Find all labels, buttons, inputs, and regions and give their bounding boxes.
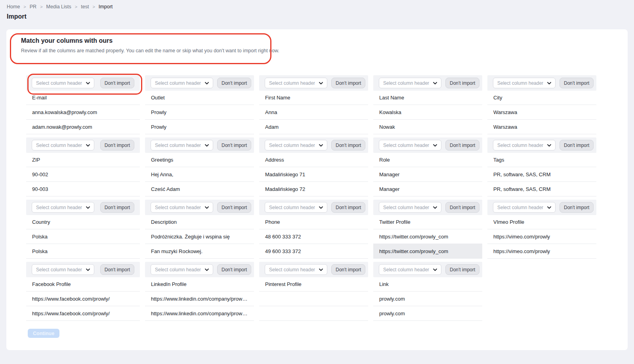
column-header-select[interactable]: Select column header <box>379 140 441 151</box>
dont-import-button[interactable]: Don't import <box>560 140 594 151</box>
select-placeholder: Select column header <box>36 205 82 210</box>
column-block: Select column headerDon't importRoleMana… <box>373 137 482 196</box>
column-header-cell: Description <box>145 215 254 229</box>
table-cell: Anna <box>259 105 368 120</box>
dont-import-button[interactable]: Don't import <box>560 78 594 88</box>
dont-import-button[interactable]: Don't import <box>331 78 365 88</box>
dont-import-button[interactable]: Don't import <box>100 264 134 275</box>
column-mapping-controls: Select column headerDon't import <box>145 75 254 91</box>
dont-import-button[interactable]: Don't import <box>445 202 479 213</box>
table-cell: prowly.com <box>373 292 482 306</box>
breadcrumb-item[interactable]: Media Lists <box>46 4 71 10</box>
column-mapping-controls: Select column headerDon't import <box>373 137 482 153</box>
column-block: Select column headerDon't importGreeting… <box>145 137 254 196</box>
column-mapping-controls: Select column headerDon't import <box>259 75 368 91</box>
column-header-select[interactable]: Select column header <box>32 140 94 151</box>
table-cell: Polska <box>26 244 140 259</box>
column-header-select[interactable]: Select column header <box>32 78 94 88</box>
dont-import-button[interactable]: Don't import <box>217 202 251 213</box>
column-header-select[interactable]: Select column header <box>493 140 556 151</box>
column-mapping-controls: Select column headerDon't import <box>26 200 140 215</box>
column-header-cell: Tags <box>487 153 596 167</box>
page-title: Import <box>7 13 27 20</box>
column-header-select[interactable]: Select column header <box>32 264 94 275</box>
table-cell: Warszawa <box>487 120 596 134</box>
breadcrumb-item[interactable]: PR <box>30 4 36 10</box>
dont-import-button[interactable]: Don't import <box>217 78 251 88</box>
breadcrumb-separator-icon: > <box>92 4 95 9</box>
column-block: Select column headerDon't importDescript… <box>145 200 254 259</box>
column-header-select[interactable]: Select column header <box>265 140 327 151</box>
column-mapping-controls: Select column headerDon't import <box>26 137 140 153</box>
column-mapping-controls: Select column headerDon't import <box>259 200 368 215</box>
dont-import-button[interactable]: Don't import <box>331 140 365 151</box>
column-header-select[interactable]: Select column header <box>265 78 327 88</box>
dont-import-button[interactable]: Don't import <box>560 202 594 213</box>
column-header-cell: Country <box>26 215 140 229</box>
table-cell: https://vimeo.com/prowly <box>487 244 596 259</box>
dont-import-button[interactable]: Don't import <box>217 264 251 275</box>
column-header-select[interactable]: Select column header <box>265 202 327 213</box>
select-placeholder: Select column header <box>497 205 543 210</box>
column-group-row: Select column headerDon't importCountryP… <box>26 200 596 259</box>
breadcrumb-item[interactable]: test <box>81 4 89 10</box>
column-mapping-controls: Select column headerDon't import <box>487 200 596 215</box>
column-header-select[interactable]: Select column header <box>32 202 94 213</box>
column-header-select[interactable]: Select column header <box>265 264 327 275</box>
column-header-select[interactable]: Select column header <box>493 202 556 213</box>
column-header-select[interactable]: Select column header <box>151 264 213 275</box>
table-cell: https://www.facebook.com/prowly/ <box>26 306 140 321</box>
dont-import-button[interactable]: Don't import <box>100 140 134 151</box>
column-header-select[interactable]: Select column header <box>151 202 213 213</box>
select-placeholder: Select column header <box>383 80 429 86</box>
dont-import-button[interactable]: Don't import <box>217 140 251 151</box>
column-header-select[interactable]: Select column header <box>493 78 556 88</box>
column-mapping-controls: Select column headerDon't import <box>26 75 140 91</box>
column-header-select[interactable]: Select column header <box>379 78 441 88</box>
dont-import-button[interactable]: Don't import <box>100 78 134 88</box>
table-cell: https://twitter.com/prowly_com <box>373 244 482 259</box>
table-cell: prowly.com <box>373 306 482 321</box>
column-block: Select column headerDon't importLinkedIn… <box>145 262 254 321</box>
select-placeholder: Select column header <box>383 267 429 273</box>
chevron-down-icon <box>547 206 551 209</box>
column-header-select[interactable]: Select column header <box>379 264 441 275</box>
breadcrumb-item[interactable]: Home <box>7 4 20 10</box>
column-header-cell: Last Name <box>373 91 482 105</box>
dont-import-button[interactable]: Don't import <box>445 78 479 88</box>
column-block: Select column headerDon't importVImeo Pr… <box>487 200 596 259</box>
column-header-select[interactable]: Select column header <box>379 202 441 213</box>
column-header-cell: Role <box>373 153 482 167</box>
continue-button[interactable]: Continue <box>28 329 59 338</box>
dont-import-button[interactable]: Don't import <box>445 264 479 275</box>
breadcrumb-current: Import <box>99 4 113 10</box>
table-cell: Kowalska <box>373 105 482 120</box>
table-cell: Madalińskiego 72 <box>259 182 368 196</box>
column-header-select[interactable]: Select column header <box>151 78 213 88</box>
dont-import-button[interactable]: Don't import <box>331 264 365 275</box>
column-mapping-controls: Select column headerDon't import <box>487 137 596 153</box>
dont-import-button[interactable]: Don't import <box>331 202 365 213</box>
chevron-down-icon <box>86 144 90 147</box>
table-cell: https://www.facebook.com/prowly/ <box>26 292 140 306</box>
breadcrumb-separator-icon: > <box>40 4 42 9</box>
select-placeholder: Select column header <box>36 80 82 86</box>
chevron-down-icon <box>205 206 209 209</box>
import-card: Match your columns with ours Review if a… <box>6 29 628 350</box>
column-block: Select column headerDon't importAddressM… <box>259 137 368 196</box>
table-cell: https://www.linkedin.com/company/prowly.… <box>145 306 254 321</box>
table-cell: https://www.linkedin.com/company/prowly.… <box>145 292 254 306</box>
dont-import-button[interactable]: Don't import <box>100 202 134 213</box>
column-header-select[interactable]: Select column header <box>151 140 213 151</box>
intro-title: Match your columns with ours <box>21 37 279 44</box>
dont-import-button[interactable]: Don't import <box>445 140 479 151</box>
select-placeholder: Select column header <box>155 143 201 148</box>
column-block: Select column headerDon't importCityWars… <box>487 75 596 134</box>
select-placeholder: Select column header <box>269 205 315 210</box>
breadcrumb: Home>PR>Media Lists>test>Import <box>7 4 113 10</box>
intro-section: Match your columns with ours Review if a… <box>21 37 279 53</box>
column-block: Select column headerDon't importLast Nam… <box>373 75 482 134</box>
table-cell: Manager <box>373 167 482 182</box>
column-block: Select column headerDon't importE-mailan… <box>26 75 140 134</box>
chevron-down-icon <box>547 144 551 147</box>
